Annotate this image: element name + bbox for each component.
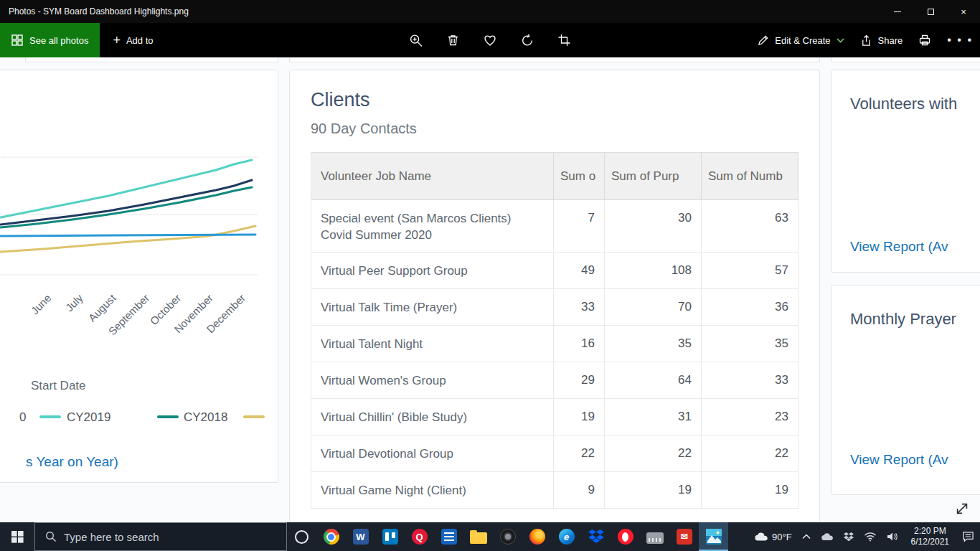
dropbox-tray-button[interactable] — [844, 522, 854, 551]
plus-icon: + — [113, 34, 121, 47]
card-remnant — [831, 57, 980, 62]
close-button[interactable]: × — [947, 0, 980, 23]
network-tray-button[interactable] — [864, 522, 877, 551]
trello-app-button[interactable] — [375, 522, 405, 551]
table-row: Virtual Chillin' (Bible Study) 19 31 23 — [311, 399, 798, 435]
card-remnant — [289, 57, 820, 62]
search-icon — [45, 531, 57, 542]
x-axis-title: Start Date — [31, 379, 86, 393]
chrome-app-button[interactable] — [316, 522, 346, 551]
quicken-app-button[interactable]: Q — [405, 522, 434, 551]
table-row: Virtual Women's Group 29 64 33 — [311, 362, 798, 399]
minimize-icon — [894, 11, 901, 12]
view-report-link: View Report (Av — [850, 239, 948, 255]
share-button[interactable]: Share — [860, 34, 903, 47]
keyboard-icon — [646, 532, 664, 544]
search-input[interactable] — [64, 531, 243, 543]
series-line-yellow — [1, 226, 255, 252]
photos-toolbar: See all photos + Add to — [0, 23, 980, 57]
minimize-button[interactable] — [881, 0, 914, 23]
series-line-navy — [1, 180, 252, 225]
onedrive-cloud-icon — [821, 532, 834, 541]
camera-app-button[interactable] — [493, 522, 522, 551]
file-explorer-button[interactable] — [463, 522, 493, 551]
dropbox-app-button[interactable] — [581, 522, 611, 551]
word-icon: W — [353, 529, 369, 545]
action-center-icon — [962, 531, 974, 542]
share-label: Share — [878, 35, 903, 46]
opera-icon — [618, 529, 633, 545]
table-row: Virtual Peer Support Group 49 108 57 — [311, 253, 798, 289]
opera-app-button[interactable] — [611, 522, 640, 551]
favorite-heart-button[interactable] — [484, 34, 497, 47]
firefox-app-button[interactable] — [522, 522, 552, 551]
wifi-icon — [864, 532, 877, 542]
see-all-photos-button[interactable]: See all photos — [0, 23, 100, 57]
onedrive-tray-button[interactable] — [821, 522, 834, 551]
rotate-button[interactable] — [521, 34, 534, 47]
volume-tray-button[interactable] — [887, 522, 898, 551]
line-chart — [0, 151, 259, 288]
clients-table: Volunteer Job Name Sum o Sum of Purp Sum… — [311, 152, 798, 509]
column-header: Volunteer Job Name — [311, 153, 554, 199]
delete-button[interactable] — [447, 34, 460, 47]
news-icon — [441, 529, 457, 545]
weather-temp: 90°F — [772, 532, 792, 542]
chevron-down-icon — [837, 38, 844, 43]
clients-card: Clients 90 Day Contacts Volunteer Job Na… — [289, 70, 820, 522]
trend-chart-card: June July August September October Novem… — [0, 70, 278, 483]
table-row: Virtual Talent Night 16 35 35 — [311, 326, 798, 362]
table-row: Virtual Talk Time (Prayer) 33 70 36 — [311, 289, 798, 326]
cortana-button[interactable] — [287, 522, 316, 551]
maximize-icon — [928, 9, 934, 15]
column-header: Sum of Numb — [702, 153, 798, 199]
monthly-prayer-card: Monthly Prayer View Report (Av — [831, 285, 980, 495]
title-bar: Photos - SYM Board Dashboard Highlights.… — [0, 0, 980, 23]
expand-image-button[interactable] — [953, 499, 971, 518]
zoom-button[interactable] — [410, 34, 423, 47]
print-button[interactable] — [918, 34, 931, 47]
legend-label-partial: 0 — [19, 410, 26, 425]
keyboard-app-button[interactable] — [640, 522, 669, 551]
window-controls: × — [881, 0, 980, 23]
legend-label: CY2018 — [184, 410, 227, 425]
more-options-button[interactable]: • • • — [947, 34, 973, 47]
cortana-icon — [295, 530, 308, 544]
legend-label: CY2019 — [67, 410, 110, 425]
show-hidden-icons-button[interactable] — [802, 522, 811, 551]
photos-app-window: Photos - SYM Board Dashboard Highlights.… — [0, 0, 980, 551]
taskbar-clock[interactable]: 2:20 PM 6/12/2021 — [908, 526, 952, 547]
column-header: Sum of Purp — [605, 153, 702, 199]
photos-app-button[interactable] — [699, 522, 728, 551]
start-button[interactable] — [0, 522, 34, 551]
mail-app-button[interactable]: ✉ — [669, 522, 699, 551]
view-report-link: View Report (Av — [850, 452, 948, 468]
column-header: Sum o — [554, 153, 605, 199]
window-title: Photos - SYM Board Dashboard Highlights.… — [0, 6, 189, 17]
word-app-button[interactable]: W — [346, 522, 375, 551]
taskbar-search[interactable] — [34, 522, 287, 551]
see-all-photos-label: See all photos — [29, 35, 88, 46]
edit-and-create-button[interactable]: Edit & Create — [757, 34, 844, 47]
card-title: Volunteers with — [850, 95, 957, 113]
camera-icon — [500, 529, 516, 545]
photo-grid-icon — [11, 34, 23, 46]
edge-app-button[interactable]: e — [552, 522, 581, 551]
share-icon — [860, 34, 872, 47]
news-app-button[interactable] — [434, 522, 463, 551]
speaker-icon — [887, 532, 898, 542]
dropbox-tray-icon — [844, 532, 854, 542]
edit-pencil-icon — [757, 34, 769, 47]
view-report-link-partial: s Year on Year) — [26, 454, 118, 470]
add-to-button[interactable]: + Add to — [100, 23, 166, 57]
table-row: Virtual Game Night (Client) 9 19 19 — [311, 472, 798, 509]
action-center-button[interactable] — [962, 522, 974, 551]
add-to-label: Add to — [126, 35, 154, 46]
weather-widget[interactable]: 90°F — [754, 522, 792, 551]
windows-taskbar: W Q e ✉ — [0, 522, 980, 551]
crop-button[interactable] — [558, 34, 571, 47]
table-row: Special event (San Marcos Clients) Covid… — [311, 200, 798, 253]
maximize-button[interactable] — [914, 0, 947, 23]
photo-canvas[interactable]: June July August September October Novem… — [0, 57, 980, 522]
windows-logo-icon — [11, 531, 24, 543]
